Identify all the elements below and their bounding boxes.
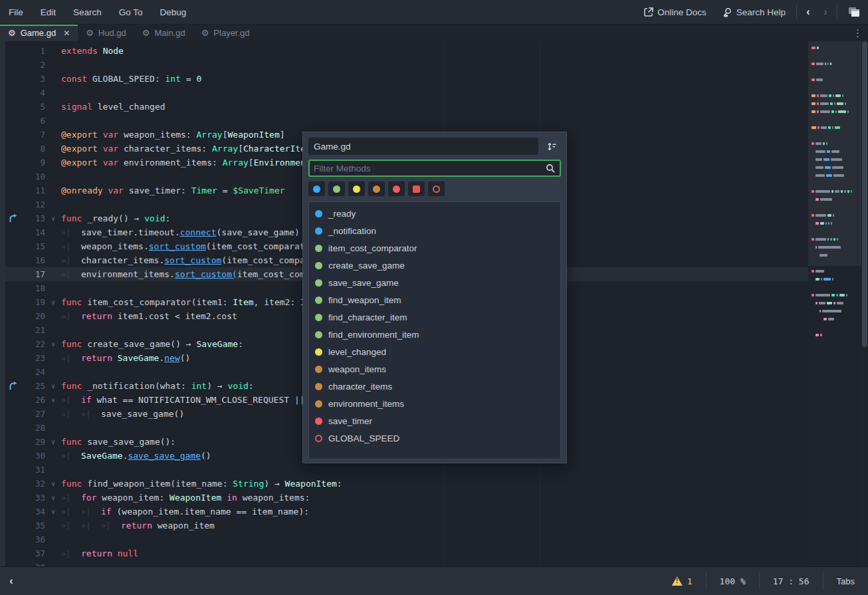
fold-arrow-icon[interactable]: ∨	[45, 298, 61, 306]
code-line-32[interactable]: 32∨func find_weapon_item(item_name: Stri…	[5, 477, 808, 491]
method-item-item_cost_comparator[interactable]: item_cost_comparator	[309, 239, 560, 257]
filter-red-button[interactable]	[388, 181, 405, 196]
method-label: find_character_item	[328, 312, 407, 322]
code-line-3[interactable]: 3const GLOBAL_SPEED: int = 0	[5, 72, 808, 86]
minimap-viewport[interactable]	[808, 41, 861, 266]
method-item-save_save_game[interactable]: save_save_game	[309, 274, 560, 291]
green-circle-icon	[315, 279, 322, 287]
code-line-2[interactable]: 2	[5, 58, 808, 72]
menu-search[interactable]: Search	[64, 0, 110, 24]
search-icon	[541, 164, 560, 173]
zoom-value: 100 %	[720, 576, 746, 586]
code-text: »|»|»|return weapon_item	[61, 521, 808, 531]
line-number: 22	[20, 339, 45, 349]
sort-methods-button[interactable]	[542, 138, 561, 155]
signal-connection-icon[interactable]	[5, 382, 20, 390]
fold-arrow-icon[interactable]: ∨	[45, 340, 61, 348]
cursor-position-indicator[interactable]: 17 : 56	[759, 572, 823, 590]
menu-debug[interactable]: Debug	[152, 0, 195, 24]
fold-arrow-icon[interactable]: ∨	[45, 382, 61, 390]
warnings-indicator[interactable]: 1	[659, 572, 706, 590]
menu-edit[interactable]: Edit	[32, 0, 64, 24]
tab-overflow-menu-icon[interactable]: ⋮	[847, 25, 868, 41]
line-number: 9	[20, 158, 45, 168]
method-label: item_cost_comparator	[328, 243, 417, 253]
fold-arrow-icon[interactable]: ∨	[45, 480, 61, 487]
tab-close-icon[interactable]: ✕	[63, 29, 70, 38]
method-item-character_items[interactable]: character_items	[309, 378, 560, 395]
method-item-GLOBAL_SPEED[interactable]: GLOBAL_SPEED	[309, 429, 560, 447]
method-item-_notification[interactable]: _notification	[309, 222, 560, 239]
method-label: weapon_items	[328, 364, 386, 374]
vertical-scrollbar[interactable]	[861, 41, 868, 566]
tab-player-gd[interactable]: ⚙Player.gd	[193, 25, 258, 41]
filter-green-button[interactable]	[328, 181, 345, 196]
fold-arrow-icon[interactable]: ∨	[45, 396, 61, 404]
signal-connection-icon[interactable]	[5, 214, 20, 223]
fold-arrow-icon[interactable]: ∨	[45, 508, 61, 515]
method-item-find_weapon_item[interactable]: find_weapon_item	[309, 291, 560, 308]
scrollbar-thumb[interactable]	[862, 41, 867, 347]
filter-yellow-button[interactable]	[348, 181, 365, 196]
code-line-37[interactable]: 37»|return null	[5, 546, 808, 560]
code-line-34[interactable]: 34∨»|»|if (weapon_item.item_name == item…	[5, 505, 808, 519]
minimap-line	[823, 318, 834, 320]
float-panel-button[interactable]	[840, 7, 868, 17]
fold-arrow-icon[interactable]: ∨	[45, 438, 61, 445]
code-line-5[interactable]: 5signal level_changed	[5, 100, 808, 114]
code-line-35[interactable]: 35»|»|»|return weapon_item	[5, 519, 808, 533]
code-line-36[interactable]: 36	[5, 533, 808, 546]
fold-arrow-icon[interactable]: ∨	[45, 494, 61, 501]
tab-game-gd[interactable]: ⚙Game.gd✕	[0, 25, 78, 41]
code-text: »|»|if (weapon_item.item_name == item_na…	[61, 507, 808, 517]
fold-arrow-icon[interactable]: ∨	[45, 215, 61, 222]
method-item-find_character_item[interactable]: find_character_item	[309, 308, 560, 326]
minimap-line	[812, 142, 827, 145]
indent-marker: »|	[61, 312, 81, 321]
filter-ring-button[interactable]	[428, 181, 445, 196]
tab-main-gd[interactable]: ⚙Main.gd	[134, 25, 193, 41]
history-forward-button[interactable]: ›	[817, 6, 834, 18]
method-item-create_save_game[interactable]: create_save_game	[309, 257, 560, 274]
blue-circle-icon	[315, 227, 322, 235]
zoom-indicator[interactable]: 100 %	[706, 572, 759, 590]
collapse-panel-button[interactable]: ‹	[0, 574, 23, 588]
indent-marker: »|	[61, 242, 81, 251]
history-back-button[interactable]: ‹	[800, 6, 817, 18]
tab-hud-gd[interactable]: ⚙Hud.gd	[78, 25, 134, 41]
code-text: signal level_changed	[61, 102, 808, 112]
method-item-environment_items[interactable]: environment_items	[309, 395, 560, 412]
indent-marker: »|	[81, 410, 101, 419]
ring-ring-icon	[315, 435, 322, 442]
method-label: save_timer	[328, 416, 372, 426]
indent-mode-indicator[interactable]: Tabs	[823, 572, 868, 590]
orange-circle-icon	[315, 400, 322, 408]
code-line-33[interactable]: 33∨»|for weapon_item: WeaponItem in weap…	[5, 491, 808, 505]
menu-goto[interactable]: Go To	[110, 0, 152, 24]
minimap-line	[812, 126, 840, 129]
online-docs-button[interactable]: Online Docs	[636, 7, 714, 17]
search-help-button[interactable]: Search Help	[714, 7, 794, 17]
filter-methods-input[interactable]	[310, 164, 541, 174]
method-item-_ready[interactable]: _ready	[309, 205, 560, 222]
minimap-line	[815, 334, 822, 336]
green-circle-icon	[315, 314, 322, 321]
method-item-weapon_items[interactable]: weapon_items	[309, 360, 560, 378]
indent-marker: »|	[61, 493, 81, 503]
line-number: 33	[20, 493, 45, 503]
method-item-level_changed[interactable]: level_changed	[309, 343, 560, 360]
filter-orange-button[interactable]	[368, 181, 385, 196]
method-item-save_timer[interactable]: save_timer	[309, 412, 560, 429]
minimap[interactable]	[808, 41, 861, 566]
code-line-6[interactable]: 6	[5, 114, 808, 128]
code-line-1[interactable]: 1extends Node	[5, 44, 808, 58]
menu-file[interactable]: File	[0, 0, 32, 24]
filter-kind-buttons	[308, 181, 561, 196]
code-line-4[interactable]: 4	[5, 86, 808, 100]
code-line-38[interactable]: 38	[5, 560, 808, 566]
filter-blue-button[interactable]	[308, 181, 325, 196]
line-number: 25	[20, 381, 45, 391]
filter-red-square-button[interactable]	[408, 181, 425, 196]
code-line-31[interactable]: 31	[5, 463, 808, 477]
method-item-find_environment_item[interactable]: find_environment_item	[309, 326, 560, 343]
